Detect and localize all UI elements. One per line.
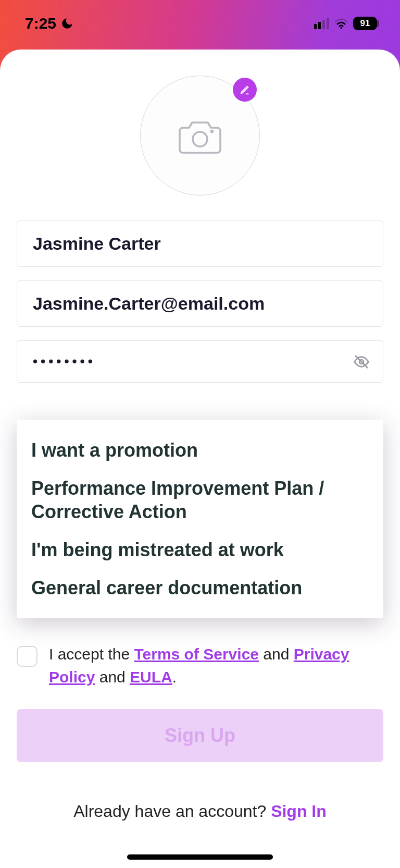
terms-of-service-link[interactable]: Terms of Service — [134, 645, 259, 663]
status-time-group: 7:25 — [25, 15, 74, 32]
pencil-icon — [239, 84, 251, 95]
reason-dropdown-popup: I want a promotion Performance Improveme… — [17, 420, 383, 618]
terms-row: I accept the Terms of Service and Privac… — [17, 628, 383, 709]
battery-indicator: 91 — [353, 17, 379, 30]
moon-icon — [60, 17, 74, 30]
wifi-icon — [334, 18, 348, 29]
home-indicator[interactable] — [127, 854, 273, 860]
email-input[interactable]: Jasmine.Carter@email.com — [17, 280, 383, 327]
battery-level: 91 — [353, 17, 377, 30]
dropdown-option-mistreated[interactable]: I'm being mistreated at work — [31, 531, 369, 569]
dropdown-option-pip[interactable]: Performance Improvement Plan / Correctiv… — [31, 469, 369, 531]
name-input[interactable]: Jasmine Carter — [17, 221, 383, 267]
signup-button[interactable]: Sign Up — [17, 709, 383, 762]
signin-prompt: Already have an account? Sign In — [17, 802, 383, 821]
accept-terms-checkbox[interactable] — [17, 646, 38, 667]
status-time: 7:25 — [25, 15, 56, 32]
svg-point-2 — [211, 131, 213, 132]
dropdown-option-promotion[interactable]: I want a promotion — [31, 431, 369, 469]
dropdown-option-general[interactable]: General career documentation — [31, 569, 369, 607]
avatar-upload[interactable] — [140, 76, 260, 195]
eula-link[interactable]: EULA — [130, 668, 172, 686]
cellular-signal-icon — [314, 18, 329, 29]
signup-card: Jasmine Carter Jasmine.Carter@email.com … — [0, 50, 400, 868]
svg-point-0 — [340, 27, 342, 29]
signin-link[interactable]: Sign In — [271, 802, 327, 821]
edit-avatar-button[interactable] — [233, 78, 257, 102]
terms-text: I accept the Terms of Service and Privac… — [49, 643, 383, 688]
camera-icon — [179, 116, 221, 155]
password-input[interactable]: •••••••• — [17, 340, 383, 383]
status-bar: 7:25 91 — [0, 0, 400, 43]
eye-off-icon[interactable] — [353, 353, 370, 370]
svg-point-1 — [193, 132, 207, 146]
status-indicators: 91 — [314, 17, 379, 30]
